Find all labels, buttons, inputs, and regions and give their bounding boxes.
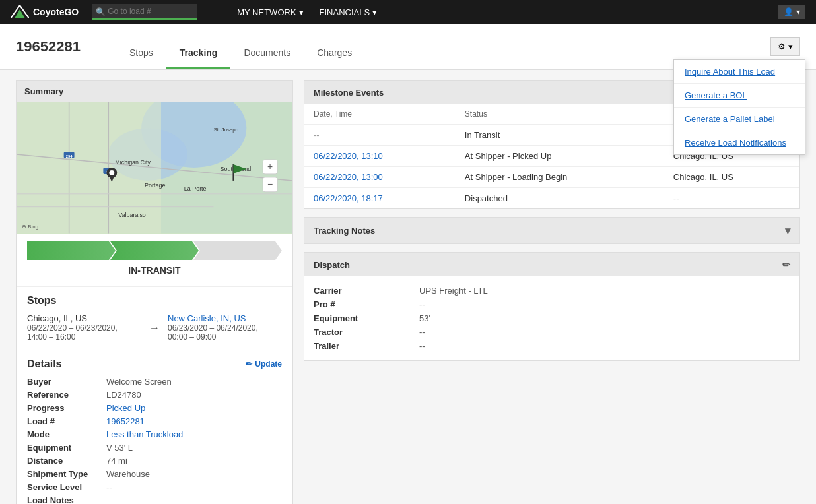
detail-label-load: Load # (27, 416, 106, 426)
left-panel: Summary (16, 80, 293, 504)
destination-dates: 06/23/2020 – 06/24/2020, (168, 323, 282, 332)
chevron-down-icon: ▾ (299, 7, 304, 17)
progress-bar-container: IN-TRANSIT (17, 234, 292, 286)
map-container[interactable]: 294 90 Michigan City Portage La Porte So… (17, 102, 292, 234)
tab-documents[interactable]: Documents (230, 47, 304, 69)
svg-text:St. Joseph: St. Joseph (214, 127, 239, 133)
row3-datetime[interactable]: 06/22/2020, 18:17 (304, 188, 456, 209)
dispatch-value-carrier: UPS Freight - LTL (419, 286, 790, 296)
settings-button[interactable]: ⚙ ▾ (770, 37, 800, 56)
tab-bar: Stops Tracking Documents Charges (116, 24, 365, 69)
user-button[interactable]: 👤 ▾ (778, 5, 805, 19)
svg-text:Portage: Portage (145, 182, 165, 189)
detail-value-shipment-type: Warehouse (106, 469, 150, 479)
row2-location: Chicago, IL, US (664, 167, 799, 188)
row0-status: In Transit (456, 125, 664, 146)
logo: CoyoteGO (11, 5, 79, 18)
chevron-down-icon: ▾ (785, 224, 790, 237)
row3-status: Dispatched (456, 188, 664, 209)
origin-dates: 06/22/2020 – 06/23/2020, (27, 323, 141, 332)
detail-label-progress: Progress (27, 403, 106, 413)
detail-value-progress[interactable]: Picked Up (106, 403, 145, 413)
detail-row-distance: Distance 74 mi (27, 456, 282, 466)
tab-tracking[interactable]: Tracking (166, 47, 231, 69)
tab-charges[interactable]: Charges (304, 47, 365, 69)
detail-value-mode[interactable]: Less than Truckload (106, 429, 183, 439)
dispatch-grid: Carrier UPS Freight - LTL Pro # -- Equip… (314, 286, 790, 351)
tracking-notes-card: Tracking Notes ▾ (304, 217, 800, 244)
user-dropdown-arrow: ▾ (796, 7, 800, 16)
detail-row-buyer: Buyer Welcome Screen (27, 377, 282, 387)
map-svg: 294 90 Michigan City Portage La Porte So… (17, 102, 292, 234)
tab-stops[interactable]: Stops (116, 47, 166, 69)
progress-seg-1 (27, 241, 116, 260)
status-label: IN-TRANSIT (27, 265, 282, 276)
main-nav: MY NETWORK ▾ FINANCIALS ▾ (237, 7, 377, 17)
gear-icon: ⚙ (778, 42, 786, 51)
stops-section-title: Stops (27, 295, 282, 307)
progress-track (27, 241, 282, 260)
svg-text:−: − (267, 179, 273, 189)
load-number: 19652281 (16, 38, 95, 55)
chevron-down-icon: ▾ (372, 7, 377, 17)
svg-text:+: + (267, 161, 273, 172)
destination-times: 00:00 – 09:00 (168, 332, 282, 342)
my-network-nav[interactable]: MY NETWORK ▾ (237, 7, 303, 17)
inquire-about-load-item[interactable]: Inquire About This Load (674, 60, 805, 84)
row2-datetime[interactable]: 06/22/2020, 13:00 (304, 167, 456, 188)
dispatch-value-tractor: -- (419, 327, 790, 337)
destination-city[interactable]: New Carlisle, IN, US (168, 313, 282, 323)
pencil-edit-icon[interactable]: ✏ (782, 259, 790, 270)
logo-text: CoyoteGO (33, 7, 79, 17)
destination-stop: New Carlisle, IN, US 06/23/2020 – 06/24/… (168, 313, 282, 342)
dispatch-body: Carrier UPS Freight - LTL Pro # -- Equip… (304, 276, 799, 360)
row1-datetime[interactable]: 06/22/2020, 13:10 (304, 146, 456, 167)
generate-pallet-label-item[interactable]: Generate a Pallet Label (674, 108, 805, 131)
svg-text:294: 294 (66, 154, 73, 158)
search-input[interactable] (92, 4, 197, 20)
search-wrapper: 🔍 (92, 4, 197, 20)
dispatch-header: Dispatch ✏ (304, 253, 799, 276)
search-icon: 🔍 (96, 7, 106, 16)
detail-value-reference: LD24780 (106, 390, 141, 400)
summary-title: Summary (17, 81, 292, 102)
generate-bol-item[interactable]: Generate a BOL (674, 84, 805, 108)
detail-row-progress: Progress Picked Up (27, 403, 282, 413)
dispatch-value-trailer: -- (419, 341, 790, 351)
detail-row-reference: Reference LD24780 (27, 390, 282, 400)
detail-value-load[interactable]: 19652281 (106, 416, 145, 426)
progress-seg-3 (193, 241, 282, 260)
detail-value-equipment: V 53' L (106, 443, 133, 453)
row3-location: -- (664, 188, 799, 209)
dispatch-card: Dispatch ✏ Carrier UPS Freight - LTL Pro… (304, 252, 800, 361)
dispatch-value-equipment: 53' (419, 313, 790, 323)
top-navigation: CoyoteGO 🔍 MY NETWORK ▾ FINANCIALS ▾ 👤 ▾ (0, 0, 816, 24)
svg-text:La Porte: La Porte (184, 185, 207, 192)
summary-card: Summary (16, 80, 293, 504)
detail-row-mode: Mode Less than Truckload (27, 429, 282, 439)
row0-datetime: -- (304, 125, 456, 146)
stops-arrow-icon: → (149, 322, 160, 334)
detail-row-load: Load # 19652281 (27, 416, 282, 426)
detail-row-service-level: Service Level -- (27, 482, 282, 492)
svg-text:Michigan City: Michigan City (115, 159, 151, 166)
dispatch-label-equipment: Equipment (314, 313, 419, 323)
detail-label-load-notes: Load Notes (27, 495, 106, 504)
detail-value-distance: 74 mi (106, 456, 127, 466)
stops-section: Stops Chicago, IL, US 06/22/2020 – 06/23… (17, 286, 292, 350)
detail-label-equipment: Equipment (27, 443, 106, 453)
tracking-notes-header[interactable]: Tracking Notes ▾ (304, 218, 799, 243)
detail-value-buyer: Welcome Screen (106, 377, 172, 387)
detail-row-equipment: Equipment V 53' L (27, 443, 282, 453)
coyote-logo-icon (11, 5, 29, 18)
dispatch-label-trailer: Trailer (314, 341, 419, 351)
financials-nav[interactable]: FINANCIALS ▾ (320, 7, 378, 17)
col-status: Status (456, 104, 664, 125)
dispatch-label-pro: Pro # (314, 299, 419, 309)
receive-load-notifications-item[interactable]: Receive Load Notifications (674, 131, 805, 154)
update-link[interactable]: ✏ Update (246, 360, 282, 369)
dispatch-label-tractor: Tractor (314, 327, 419, 337)
dispatch-value-pro: -- (419, 299, 790, 309)
svg-text:⊕ Bing: ⊕ Bing (22, 224, 38, 230)
detail-row-load-notes: Load Notes (27, 495, 282, 504)
